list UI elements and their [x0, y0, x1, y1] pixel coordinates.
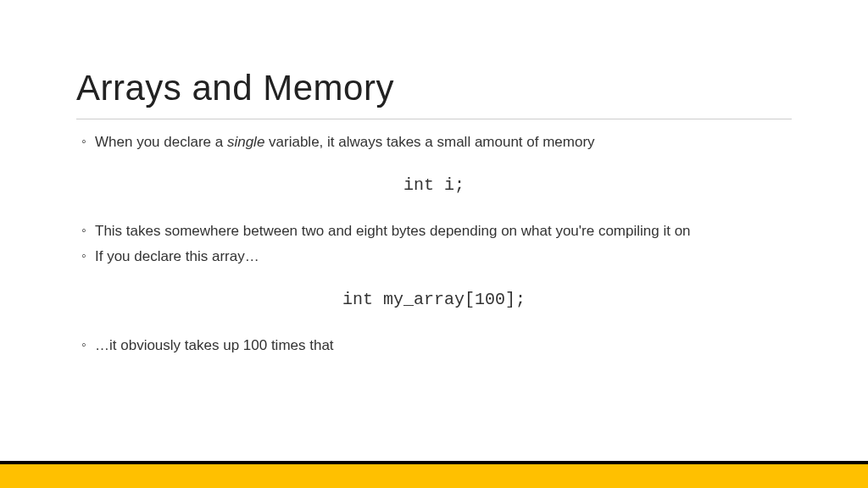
slide-title: Arrays and Memory — [76, 68, 792, 108]
bullet-text-pre: When you declare a — [95, 134, 227, 150]
footer-yellow-stripe — [0, 464, 868, 488]
code-block-1: int i; — [76, 175, 792, 195]
bullet-list-1: When you declare a single variable, it a… — [76, 131, 792, 153]
bullet-item: This takes somewhere between two and eig… — [76, 220, 792, 242]
code-block-2: int my_array[100]; — [76, 290, 792, 309]
bullet-text-post: variable, it always takes a small amount… — [264, 134, 594, 150]
bullet-text-italic: single — [227, 134, 264, 150]
bullet-list-2: This takes somewhere between two and eig… — [76, 220, 792, 268]
bullet-list-3: …it obviously takes up 100 times that — [76, 335, 792, 357]
title-divider — [76, 119, 792, 119]
bullet-item: …it obviously takes up 100 times that — [76, 335, 792, 357]
slide-content: Arrays and Memory When you declare a sin… — [0, 0, 868, 488]
bullet-item: When you declare a single variable, it a… — [76, 131, 792, 153]
footer-bar — [0, 461, 868, 488]
bullet-item: If you declare this array… — [76, 246, 792, 268]
